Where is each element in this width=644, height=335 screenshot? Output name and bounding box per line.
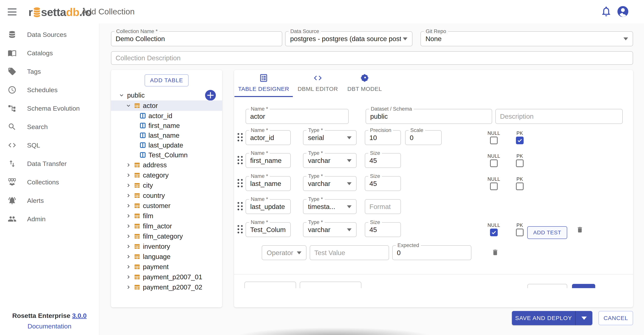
- column-type-select[interactable]: Type * varchar: [303, 176, 356, 191]
- tab-dbt-model[interactable]: DBT MODEL: [341, 73, 388, 92]
- column-type-select[interactable]: Type * timesta...: [303, 199, 356, 214]
- menu-icon[interactable]: [8, 9, 16, 15]
- format-input[interactable]: [365, 200, 400, 214]
- scale-field[interactable]: Scale: [405, 130, 442, 145]
- tree-node-table[interactable]: category: [111, 170, 222, 180]
- sidebar-item-schedules[interactable]: Schedules: [0, 81, 99, 99]
- trash-icon[interactable]: [576, 225, 584, 234]
- column-type-select[interactable]: Type * varchar: [303, 153, 356, 168]
- chevron-down-icon: [347, 205, 352, 208]
- sidebar-item-collections[interactable]: Collections: [0, 173, 99, 191]
- tree-node-table[interactable]: city: [111, 180, 222, 190]
- sidebar-item-data-sources[interactable]: Data Sources: [0, 25, 99, 44]
- tree-node-table[interactable]: customer: [111, 201, 222, 211]
- save-options-dropdown[interactable]: [576, 311, 592, 325]
- sidebar-item-schema-evolution[interactable]: Schema Evolution: [0, 99, 99, 118]
- column-name-field[interactable]: Name *: [246, 222, 291, 237]
- column-name-field[interactable]: Name *: [246, 153, 291, 168]
- column-icon: [140, 112, 146, 119]
- expected-field[interactable]: Expected: [392, 245, 472, 260]
- table-name-field[interactable]: Name *: [246, 109, 349, 124]
- drag-handle-icon[interactable]: [238, 179, 243, 187]
- tree-node-column[interactable]: last_name: [111, 130, 222, 140]
- tree-node-table[interactable]: payment: [111, 262, 222, 272]
- drag-handle-icon[interactable]: [238, 156, 243, 164]
- sidebar-item-catalogs[interactable]: Catalogs: [0, 44, 99, 62]
- pk-checkbox[interactable]: [516, 159, 524, 167]
- trash-icon[interactable]: [492, 248, 499, 257]
- column-name-field[interactable]: Name *: [246, 130, 291, 145]
- sidebar-item-data-transfer[interactable]: Data Transfer: [0, 154, 99, 173]
- tree-node-column[interactable]: last_update: [111, 140, 222, 150]
- size-field[interactable]: Size: [365, 176, 401, 191]
- table-description-field[interactable]: [496, 109, 623, 124]
- sidebar-item-alerts[interactable]: Alerts: [0, 191, 99, 210]
- button-partial[interactable]: [572, 284, 595, 288]
- add-test-button[interactable]: ADD TEST: [527, 226, 567, 239]
- collection-description-field[interactable]: [111, 51, 633, 65]
- tab-dbml-editor[interactable]: DBML EDITOR: [298, 73, 338, 92]
- tree-node-table[interactable]: payment_p2007_01: [111, 272, 222, 282]
- dataset-schema-label: Dataset / Schema: [369, 106, 414, 112]
- collection-name-field[interactable]: Collection Name *: [111, 31, 282, 46]
- version-link[interactable]: 3.0.0: [72, 312, 87, 319]
- null-checkbox[interactable]: [490, 159, 498, 167]
- sidebar-item-search[interactable]: Search: [0, 118, 99, 136]
- precision-field[interactable]: Precision: [365, 130, 401, 145]
- plus-icon[interactable]: [205, 90, 216, 101]
- table-description-input[interactable]: [496, 109, 622, 124]
- format-field[interactable]: [365, 199, 401, 214]
- tree-node-table-selected[interactable]: actor: [111, 101, 222, 111]
- dataset-schema-field[interactable]: Dataset / Schema: [366, 109, 492, 124]
- column-name-field[interactable]: Name *: [246, 199, 291, 214]
- sidebar-item-admin[interactable]: Admin: [0, 210, 99, 228]
- add-test-button-partial[interactable]: [528, 284, 567, 288]
- tree-node-table[interactable]: address: [111, 160, 222, 170]
- column-type-select-partial[interactable]: [300, 282, 361, 288]
- tree-node-table[interactable]: language: [111, 251, 222, 262]
- column-type-select[interactable]: Type * serial: [303, 130, 356, 145]
- drag-handle-icon[interactable]: [238, 133, 243, 141]
- tab-table-designer[interactable]: TABLE DESIGNER: [234, 73, 293, 92]
- tree-node-column[interactable]: first_name: [111, 121, 222, 130]
- column-name-field[interactable]: Name *: [246, 176, 291, 191]
- git-repo-select[interactable]: Git Repo None: [420, 31, 633, 46]
- column-name-field-partial[interactable]: [244, 282, 296, 288]
- null-checkbox[interactable]: [490, 229, 498, 236]
- tree-node-table[interactable]: film: [111, 211, 222, 221]
- null-checkbox[interactable]: [490, 137, 498, 144]
- drag-handle-icon[interactable]: [238, 202, 243, 210]
- size-field[interactable]: Size: [365, 153, 401, 168]
- cancel-button[interactable]: CANCEL: [598, 311, 633, 325]
- documentation-link[interactable]: Documentation: [0, 322, 99, 330]
- alert-icon: [8, 196, 16, 205]
- data-source-select[interactable]: Data Source postgres - postgres (data so…: [285, 31, 412, 46]
- avatar-icon[interactable]: [616, 5, 630, 18]
- test-value-input[interactable]: [310, 246, 389, 260]
- bell-icon[interactable]: [600, 5, 612, 17]
- null-checkbox[interactable]: [490, 182, 498, 190]
- pk-checkbox[interactable]: [516, 137, 524, 144]
- tree-node-table[interactable]: inventory: [111, 241, 222, 251]
- expected-label: Expected: [396, 243, 421, 248]
- tree-node-column[interactable]: Test_Column: [111, 150, 222, 160]
- tree-node-schema[interactable]: public: [111, 90, 222, 101]
- tree-node-table[interactable]: country: [111, 190, 222, 201]
- column-type-select[interactable]: Type * varchar: [303, 222, 356, 237]
- drag-handle-icon[interactable]: [238, 225, 243, 233]
- collection-description-input[interactable]: [111, 52, 633, 64]
- tree-node-table[interactable]: film_category: [111, 231, 222, 241]
- operator-select[interactable]: Operator: [262, 245, 306, 260]
- tree-node-table[interactable]: payment_p2007_02: [111, 282, 222, 292]
- tab-label: DBT MODEL: [341, 86, 388, 92]
- tree-node-table[interactable]: film_actor: [111, 221, 222, 231]
- pk-checkbox[interactable]: [516, 229, 524, 236]
- tree-node-column[interactable]: actor_id: [111, 111, 222, 121]
- size-field[interactable]: Size: [365, 222, 401, 237]
- test-value-field[interactable]: [310, 245, 389, 260]
- sidebar-item-sql[interactable]: SQL: [0, 136, 99, 154]
- save-and-deploy-button[interactable]: SAVE AND DEPLOY: [512, 311, 576, 325]
- pk-checkbox[interactable]: [516, 182, 524, 190]
- sidebar-item-tags[interactable]: Tags: [0, 62, 99, 81]
- add-table-button[interactable]: ADD TABLE: [144, 74, 189, 86]
